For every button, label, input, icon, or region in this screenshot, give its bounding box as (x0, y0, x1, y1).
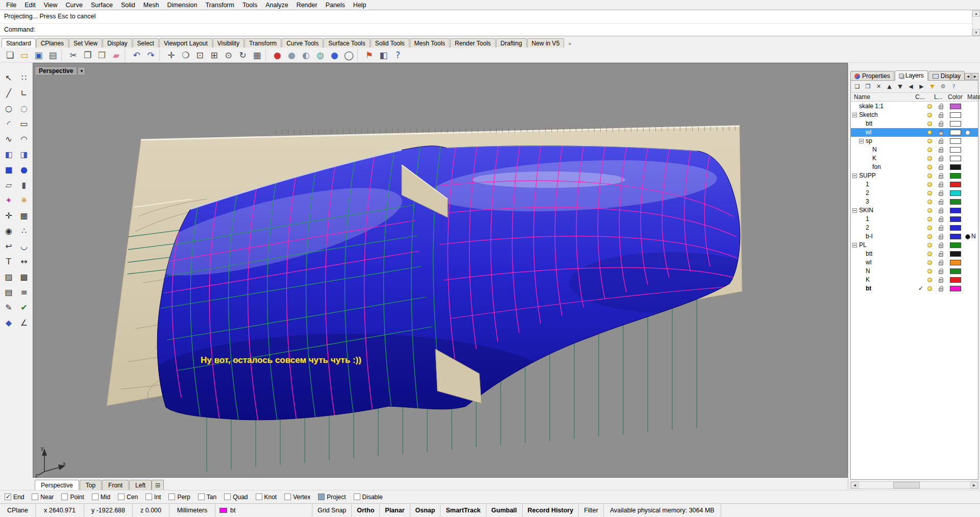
settings-wrench-icon[interactable]: ⚙ (938, 82, 948, 91)
point-cloud-icon[interactable]: ∴ (16, 223, 32, 238)
layer-row[interactable]: bt (851, 284, 978, 293)
pan-icon[interactable]: ✛ (164, 48, 178, 62)
snapshot-icon[interactable]: ⚑ (362, 48, 376, 62)
layer-lock-icon[interactable] (939, 140, 943, 144)
layer-name[interactable]: sp (866, 137, 872, 145)
column-material[interactable]: Mate (967, 93, 980, 101)
layer-color-swatch[interactable] (950, 225, 961, 231)
viewport-title[interactable]: Perspective (35, 66, 77, 76)
column-current[interactable]: C... (915, 93, 925, 101)
current-layer-cell[interactable]: bt (215, 504, 312, 517)
layer-color-swatch[interactable] (950, 104, 961, 109)
menu-view[interactable]: View (40, 1, 62, 10)
checkbox[interactable] (32, 494, 38, 500)
osnap-point[interactable]: Point (61, 494, 84, 501)
checkbox[interactable] (284, 494, 291, 500)
dimension-tool-icon[interactable]: ↔ (16, 254, 32, 269)
cut-icon[interactable]: ✂ (66, 48, 80, 62)
layer-color-swatch[interactable] (950, 138, 961, 144)
filter-icon[interactable]: ▼ (927, 82, 937, 91)
viewport-tab-top[interactable]: Top (80, 480, 102, 490)
layer-color-swatch[interactable] (950, 173, 961, 179)
layer-color-swatch[interactable] (950, 268, 961, 274)
tab-render-tools[interactable]: Render Tools (450, 38, 496, 47)
tab-select[interactable]: Select (133, 38, 159, 47)
tab-set-view[interactable]: Set View (69, 38, 102, 47)
move-down-icon[interactable]: ▼ (895, 82, 905, 91)
layer-lock-icon[interactable] (939, 158, 943, 161)
menu-panels[interactable]: Panels (322, 1, 349, 10)
ellipse-tool-icon[interactable]: ◌ (16, 101, 32, 116)
delete-icon[interactable]: ▰ (109, 48, 123, 62)
expander-icon[interactable] (852, 243, 857, 248)
layer-lock-icon[interactable] (939, 175, 943, 179)
layer-name[interactable]: K (866, 276, 870, 284)
tab-surface-tools[interactable]: Surface Tools (324, 38, 370, 47)
layer-on-bulb-icon[interactable] (927, 252, 932, 256)
xray-viewport-icon[interactable]: ◍ (313, 48, 327, 62)
zoom-selected-icon[interactable]: ⊙ (222, 48, 235, 62)
menu-surface[interactable]: Surface (87, 1, 117, 10)
angle-tool-icon[interactable]: ∠ (16, 315, 32, 330)
status-smarttrack[interactable]: SmartTrack (440, 504, 486, 517)
layer-on-bulb-icon[interactable] (927, 139, 932, 143)
rendered-viewport-icon[interactable]: ● (328, 48, 341, 62)
layer-name[interactable]: 3 (866, 198, 869, 206)
layer-on-bulb-icon[interactable] (927, 278, 932, 282)
layer-on-bulb-icon[interactable] (927, 182, 932, 187)
layer-row[interactable]: fon (851, 163, 978, 171)
layer-lock-icon[interactable] (939, 236, 943, 239)
layer-row[interactable]: btt (851, 250, 978, 258)
status-osnap[interactable]: Osnap (410, 504, 441, 517)
checkbox[interactable] (5, 494, 11, 500)
osnap-cen[interactable]: Cen (118, 494, 138, 501)
layer-on-bulb-icon[interactable] (927, 234, 932, 239)
surface-tool-icon[interactable]: ◧ (1, 146, 16, 162)
status-ortho[interactable]: Ortho (352, 504, 380, 517)
layer-name[interactable]: wl (866, 128, 871, 137)
layer-name[interactable]: fon (872, 163, 881, 171)
viewport-tab-perspective[interactable]: Perspective (35, 480, 79, 490)
open-file-icon[interactable]: ▭ (17, 48, 31, 62)
block-tool-icon[interactable]: ▩ (16, 269, 32, 284)
layer-row[interactable]: sp (851, 137, 978, 145)
tab-layers[interactable]: Layers (895, 70, 928, 81)
move-up-icon[interactable]: ▲ (885, 82, 894, 91)
layer-color-swatch[interactable] (950, 260, 961, 265)
osnap-int[interactable]: Int (145, 494, 161, 501)
scroll-right-icon[interactable]: ▶ (970, 482, 978, 488)
object-list-icon[interactable]: ≡ (16, 284, 32, 300)
circle-tool-icon[interactable]: ○ (1, 101, 16, 116)
delete-layer-icon[interactable]: ✕ (874, 82, 884, 91)
sketch-tool-icon[interactable]: ✎ (1, 300, 16, 315)
layer-row[interactable]: SUPP (851, 171, 978, 180)
layer-lock-icon[interactable] (939, 288, 943, 291)
layer-name[interactable]: N (872, 145, 877, 154)
copy-icon[interactable]: ❐ (81, 48, 94, 62)
cplane-button[interactable]: CPlane (0, 504, 36, 517)
layer-on-bulb-icon[interactable] (927, 121, 932, 126)
layer-row[interactable]: K (851, 276, 978, 284)
command-prompt-input[interactable]: Command: (0, 23, 980, 36)
expander-icon[interactable] (852, 113, 857, 117)
layer-color-swatch[interactable] (950, 182, 961, 187)
toolbar-separator[interactable] (61, 49, 65, 61)
osnap-quad[interactable]: Quad (224, 494, 248, 501)
layer-lock-icon[interactable] (939, 253, 943, 257)
column-lock[interactable]: L... (934, 93, 943, 101)
menu-edit[interactable]: Edit (20, 1, 40, 10)
layer-row[interactable]: K (851, 154, 978, 163)
layer-color-swatch[interactable] (950, 242, 961, 248)
new-viewport-tab-button[interactable]: ⊞ (152, 480, 164, 490)
layer-material[interactable] (965, 128, 971, 137)
panel-tab-prev-icon[interactable]: ◀ (965, 73, 971, 80)
paste-icon[interactable]: ❒ (95, 48, 109, 62)
help-icon[interactable]: ? (391, 48, 405, 62)
layer-row[interactable]: btt (851, 119, 978, 128)
toolbar-separator[interactable] (159, 49, 163, 61)
layer-name[interactable]: btt (866, 250, 872, 258)
layer-row[interactable]: N (851, 267, 978, 276)
menu-dimension[interactable]: Dimension (163, 1, 201, 10)
layer-lock-icon[interactable] (939, 218, 943, 222)
layer-name[interactable]: 1 (866, 215, 869, 224)
